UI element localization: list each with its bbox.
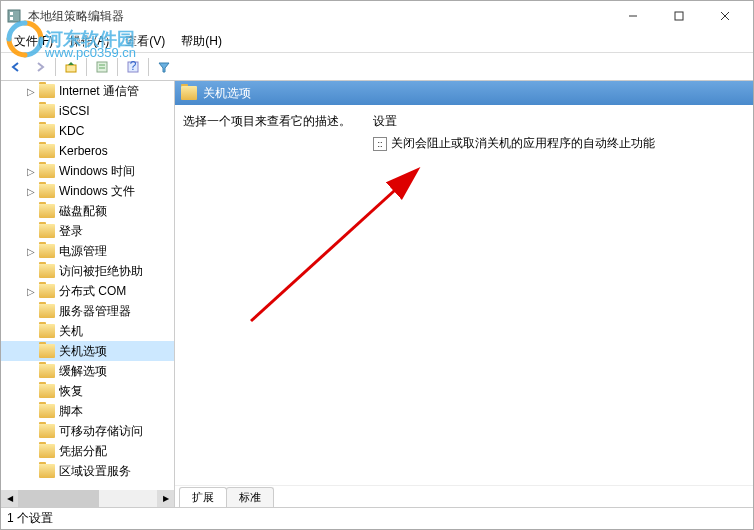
- policy-icon: ::: [373, 137, 387, 151]
- properties-button[interactable]: [91, 56, 113, 78]
- folder-icon: [39, 124, 55, 138]
- tree-item-label: 关机: [59, 323, 83, 340]
- tree-item-label: 磁盘配额: [59, 203, 107, 220]
- tree-item-label: Windows 时间: [59, 163, 135, 180]
- folder-icon: [39, 404, 55, 418]
- folder-icon: [39, 244, 55, 258]
- svg-rect-2: [10, 17, 13, 20]
- tree-item[interactable]: 脚本: [1, 401, 174, 421]
- maximize-button[interactable]: [656, 1, 702, 31]
- tree-item[interactable]: KDC: [1, 121, 174, 141]
- expand-icon[interactable]: ▷: [25, 86, 37, 97]
- menubar: 文件(F) 操作(A) 查看(V) 帮助(H): [1, 31, 753, 53]
- tree-item[interactable]: 关机选项: [1, 341, 174, 361]
- up-button[interactable]: [60, 56, 82, 78]
- svg-rect-7: [66, 65, 76, 72]
- svg-rect-0: [8, 10, 20, 22]
- tree-item[interactable]: 恢复: [1, 381, 174, 401]
- tree-item[interactable]: 访问被拒绝协助: [1, 261, 174, 281]
- tree-item[interactable]: 磁盘配额: [1, 201, 174, 221]
- forward-button[interactable]: [29, 56, 51, 78]
- tree-item[interactable]: 缓解选项: [1, 361, 174, 381]
- tree-item[interactable]: 关机: [1, 321, 174, 341]
- folder-icon: [39, 284, 55, 298]
- folder-icon: [39, 84, 55, 98]
- folder-icon: [39, 344, 55, 358]
- tree-item-label: 服务器管理器: [59, 303, 131, 320]
- folder-icon: [39, 444, 55, 458]
- detail-header-title: 关机选项: [203, 85, 251, 102]
- tree-item-label: Windows 文件: [59, 183, 135, 200]
- main-area: ▷Internet 通信管iSCSIKDCKerberos▷Windows 时间…: [1, 81, 753, 507]
- scroll-right-arrow[interactable]: ▶: [157, 490, 174, 507]
- tree-panel: ▷Internet 通信管iSCSIKDCKerberos▷Windows 时间…: [1, 81, 175, 507]
- tree-item-label: 恢复: [59, 383, 83, 400]
- tree-item-label: 区域设置服务: [59, 463, 131, 480]
- detail-panel: 关机选项 选择一个项目来查看它的描述。 设置 :: 关闭会阻止或取消关机的应用程…: [175, 81, 753, 507]
- back-button[interactable]: [5, 56, 27, 78]
- statusbar: 1 个设置: [1, 507, 753, 529]
- tab-standard[interactable]: 标准: [226, 487, 274, 507]
- detail-tabs: 扩展 标准: [175, 485, 753, 507]
- filter-button[interactable]: [153, 56, 175, 78]
- tree-item-label: 电源管理: [59, 243, 107, 260]
- tree-item-label: KDC: [59, 124, 84, 138]
- tree-item[interactable]: ▷Windows 时间: [1, 161, 174, 181]
- scroll-thumb[interactable]: [18, 490, 99, 507]
- tree-item-label: 分布式 COM: [59, 283, 126, 300]
- folder-icon: [39, 464, 55, 478]
- tree-item[interactable]: 可移动存储访问: [1, 421, 174, 441]
- menu-action[interactable]: 操作(A): [61, 31, 117, 52]
- tree-item[interactable]: ▷电源管理: [1, 241, 174, 261]
- menu-help[interactable]: 帮助(H): [173, 31, 230, 52]
- svg-text:?: ?: [130, 60, 137, 73]
- tree-item-label: 缓解选项: [59, 363, 107, 380]
- tree-item[interactable]: iSCSI: [1, 101, 174, 121]
- tree-item-label: 凭据分配: [59, 443, 107, 460]
- folder-icon: [39, 184, 55, 198]
- folder-icon: [39, 424, 55, 438]
- expand-icon[interactable]: ▷: [25, 246, 37, 257]
- refresh-button[interactable]: ?: [122, 56, 144, 78]
- tree-content[interactable]: ▷Internet 通信管iSCSIKDCKerberos▷Windows 时间…: [1, 81, 174, 490]
- tree-item[interactable]: 凭据分配: [1, 441, 174, 461]
- scroll-left-arrow[interactable]: ◀: [1, 490, 18, 507]
- svg-rect-8: [97, 62, 107, 72]
- folder-icon: [39, 164, 55, 178]
- menu-file[interactable]: 文件(F): [6, 31, 61, 52]
- settings-header[interactable]: 设置: [373, 113, 745, 130]
- folder-icon: [39, 204, 55, 218]
- setting-row[interactable]: :: 关闭会阻止或取消关机的应用程序的自动终止功能: [373, 134, 745, 153]
- description-text: 选择一个项目来查看它的描述。: [183, 114, 351, 128]
- tree-item[interactable]: Kerberos: [1, 141, 174, 161]
- tree-item[interactable]: ▷Internet 通信管: [1, 81, 174, 101]
- expand-icon[interactable]: ▷: [25, 166, 37, 177]
- tree-item-label: iSCSI: [59, 104, 90, 118]
- tree-item-label: 脚本: [59, 403, 83, 420]
- tree-item[interactable]: 服务器管理器: [1, 301, 174, 321]
- folder-icon: [39, 224, 55, 238]
- tree-item-label: Kerberos: [59, 144, 108, 158]
- app-icon: [6, 8, 22, 24]
- tree-item-label: 登录: [59, 223, 83, 240]
- folder-icon: [39, 384, 55, 398]
- tree-item[interactable]: ▷Windows 文件: [1, 181, 174, 201]
- tree-item[interactable]: 登录: [1, 221, 174, 241]
- detail-header: 关机选项: [175, 81, 753, 105]
- tree-item-label: 访问被拒绝协助: [59, 263, 143, 280]
- expand-icon[interactable]: ▷: [25, 186, 37, 197]
- minimize-button[interactable]: [610, 1, 656, 31]
- tree-item[interactable]: 区域设置服务: [1, 461, 174, 481]
- menu-view[interactable]: 查看(V): [117, 31, 173, 52]
- folder-icon: [39, 324, 55, 338]
- close-button[interactable]: [702, 1, 748, 31]
- window-controls: [610, 1, 748, 31]
- toolbar: ?: [1, 53, 753, 81]
- tree-hscrollbar[interactable]: ◀ ▶: [1, 490, 174, 507]
- expand-icon[interactable]: ▷: [25, 286, 37, 297]
- tree-item[interactable]: ▷分布式 COM: [1, 281, 174, 301]
- folder-icon: [181, 86, 197, 100]
- detail-body: 选择一个项目来查看它的描述。 设置 :: 关闭会阻止或取消关机的应用程序的自动终…: [175, 105, 753, 485]
- tab-extended[interactable]: 扩展: [179, 487, 227, 507]
- folder-icon: [39, 104, 55, 118]
